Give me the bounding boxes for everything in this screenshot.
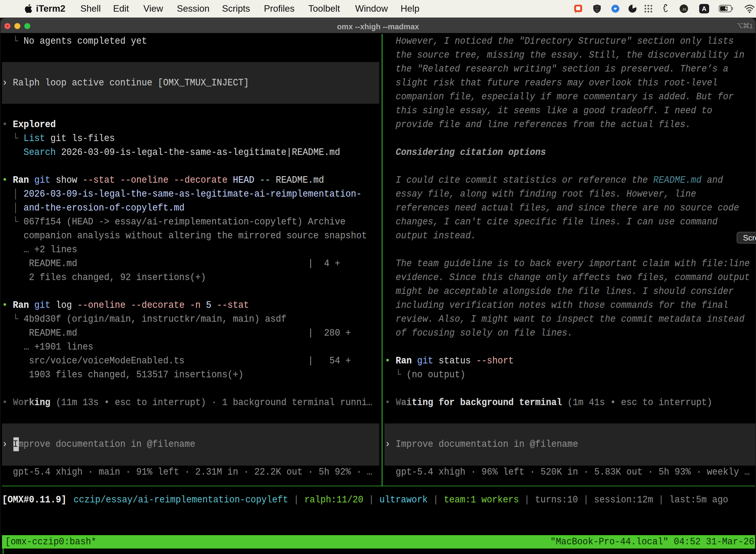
- svg-text:A: A: [702, 5, 707, 12]
- svg-text:..61: ..61: [681, 7, 687, 11]
